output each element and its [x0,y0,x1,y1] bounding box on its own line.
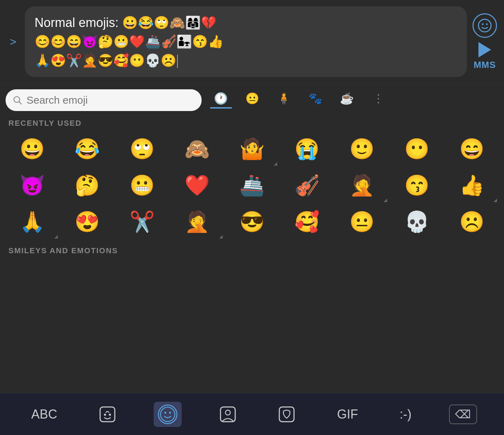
keyboard-bar: ABC GI [0,393,504,435]
svg-point-7 [109,414,111,416]
list-item[interactable]: 💀 [390,204,443,239]
list-item[interactable]: 🤦 [335,168,388,203]
message-actions: MMS [472,13,497,70]
emoji-picker: 🕐 😐 🧍 🐾 ☕ ⋮ RECENTLY USED 😀 😂 [0,84,504,393]
gif-label: GIF [337,407,358,422]
recently-used-grid: 😀 😂 🙄 🙈 🤷 😭 🙂 😶 😄 😈 🤔 😬 ❤️ 🚢 🎻 🤦 😙 👍 🙏 😍… [6,131,498,239]
recently-used-label: RECENTLY USED [6,115,498,131]
list-item[interactable]: 🙄 [115,131,169,166]
list-item[interactable]: 😶 [390,131,443,166]
smileys-label: SMILEYS AND EMOTIONS [6,242,498,259]
gif-button[interactable]: GIF [333,404,362,424]
list-item[interactable]: 🤦 [170,204,224,239]
backspace-icon: ⌫ [455,408,471,421]
list-item[interactable]: 😍 [61,204,114,239]
list-item[interactable]: 😭 [280,131,334,166]
message-bubble[interactable]: Normal emojis: 😀😂🙄🙈👩‍👩‍👧💔😊😊😄😈🤔😬❤️🚢🎻👨‍👧😙👍… [25,6,467,77]
svg-point-9 [164,412,166,414]
list-item[interactable]: 😬 [115,168,169,203]
search-icon [13,95,22,105]
sticker-button[interactable] [94,403,120,426]
svg-rect-5 [100,407,115,422]
list-item[interactable]: 👍 [445,168,498,203]
bitmoji-button[interactable] [215,403,241,426]
tab-people[interactable]: 🧍 [268,92,300,109]
list-item[interactable]: 🤔 [61,168,114,203]
emoji-scroll-area[interactable]: RECENTLY USED 😀 😂 🙄 🙈 🤷 😭 🙂 😶 😄 😈 🤔 😬 ❤️… [0,111,504,393]
text-emoji-label: :-) [400,407,412,422]
list-item[interactable]: 🚢 [225,168,279,203]
tab-activities[interactable]: 🐾 [300,92,331,109]
list-item[interactable]: ❤️ [170,168,224,203]
svg-rect-13 [279,407,294,422]
tab-more[interactable]: ⋮ [363,92,394,109]
svg-point-12 [225,410,230,415]
list-item[interactable]: 😄 [445,131,498,166]
memoji-icon [278,406,295,423]
message-area: > Normal emojis: 😀😂🙄🙈👩‍👩‍👧💔😊😊😄😈🤔😬❤️🚢🎻👨‍👧… [0,0,504,84]
search-box[interactable] [6,89,202,111]
svg-point-10 [169,412,171,414]
expand-button[interactable]: > [7,33,19,51]
mms-button[interactable]: MMS [474,42,496,70]
list-item[interactable]: 🤷 [225,131,279,166]
list-item[interactable]: 😎 [225,204,279,239]
list-item[interactable]: 🙂 [335,131,388,166]
people-icon: 🧍 [277,92,291,105]
tab-smileys[interactable]: 😐 [237,92,268,109]
list-item[interactable]: ✂️ [115,204,169,239]
list-item[interactable]: ☹️ [445,204,498,239]
tab-food[interactable]: ☕ [331,92,363,109]
svg-point-0 [478,19,491,32]
list-item[interactable]: 🎻 [280,168,334,203]
sticker-icon [99,406,116,423]
svg-line-4 [19,102,21,104]
bitmoji-icon [219,406,237,423]
list-item[interactable]: 🥰 [280,204,334,239]
message-text: Normal emojis: 😀😂🙄🙈👩‍👩‍👧💔😊😊😄😈🤔😬❤️🚢🎻👨‍👧😙👍… [35,13,224,70]
food-icon: ☕ [340,92,354,105]
emoji-tab-button[interactable] [154,402,182,427]
clock-icon: 🕐 [214,92,228,105]
abc-label: ABC [31,407,57,422]
list-item[interactable]: 😙 [390,168,443,203]
mms-triangle-icon [478,42,491,57]
text-emoji-button[interactable]: :-) [396,404,416,424]
memoji-button[interactable] [274,403,300,426]
list-item[interactable]: 😀 [6,131,59,166]
svg-rect-11 [220,407,235,422]
mms-label: MMS [474,60,496,70]
svg-point-8 [160,407,175,421]
emoji-face-button[interactable] [472,13,497,38]
search-tabs-row: 🕐 😐 🧍 🐾 ☕ ⋮ [0,84,504,111]
list-item[interactable]: 😈 [6,168,59,203]
category-tabs: 🕐 😐 🧍 🐾 ☕ ⋮ [202,92,498,109]
list-item[interactable]: 😐 [335,204,388,239]
svg-point-6 [104,414,106,416]
list-item[interactable]: 🙏 [6,204,59,239]
abc-button[interactable]: ABC [27,404,61,424]
emoji-circle-icon [158,405,177,424]
backspace-button[interactable]: ⌫ [449,405,477,424]
smiley-icon: 😐 [245,92,259,105]
more-icon: ⋮ [373,92,384,105]
tab-recent[interactable]: 🕐 [205,92,237,109]
activities-icon: 🐾 [308,92,322,105]
svg-point-2 [486,23,488,25]
list-item[interactable]: 😂 [61,131,114,166]
svg-point-1 [482,23,484,25]
list-item[interactable]: 🙈 [170,131,224,166]
search-input[interactable] [27,94,195,106]
